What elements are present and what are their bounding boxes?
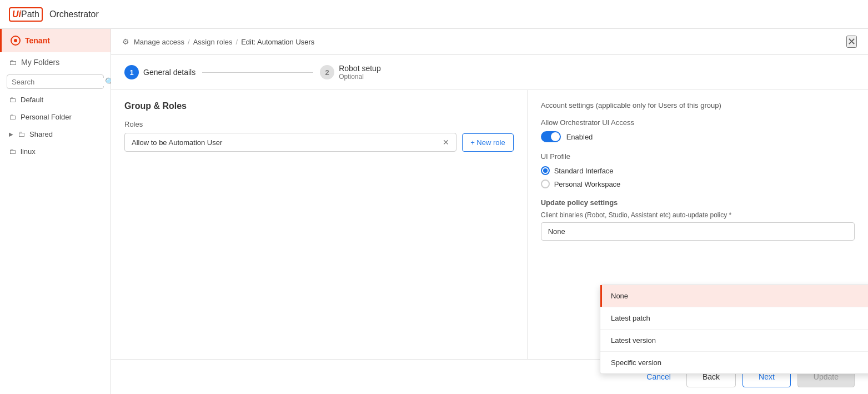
sidebar-item-tenant[interactable]: Tenant [0,29,111,52]
update-policy-title: Update policy settings [541,198,855,207]
modal: ⚙ Manage access / Assign roles / Edit: A… [111,29,868,394]
tenant-icon [11,36,21,46]
my-folders-label: My Folders [21,58,59,67]
logo-orchestrator-text: Orchestrator [49,9,99,19]
search-input[interactable] [12,78,105,86]
main-layout: Tenant 🗀 My Folders 🔍 🗀 Default 🗀 Person… [0,29,868,394]
folder-icon-shared: 🗀 [18,130,25,138]
breadcrumb-sep-2: / [236,38,238,46]
account-settings-title: Account settings (applicable only for Us… [541,101,855,109]
radio-personal-workspace-circle [541,179,550,188]
step-2-circle: 2 [320,65,334,79]
dropdown-option-latest-version[interactable]: Latest version [600,330,868,351]
step-1: 1 General details [124,65,195,79]
breadcrumb-edit-title: Edit: Automation Users [241,38,314,46]
roles-field-label: Roles [124,120,514,128]
topbar: Ui Path Orchestrator [0,0,868,29]
left-panel: Group & Roles Roles Allow to be Automati… [111,90,528,359]
allow-ui-access-label: Allow Orchestrator UI Access [541,118,855,127]
sidebar-item-label: Personal Folder [21,113,72,121]
radio-standard-interface[interactable]: Standard Interface [541,166,855,175]
breadcrumb-sep-1: / [188,38,190,46]
tenant-label: Tenant [25,36,50,45]
client-binaries-label: Client binaries (Robot, Studio, Assistan… [541,211,855,219]
modal-overlay: ⚙ Manage access / Assign roles / Edit: A… [111,29,868,394]
step-connector [202,72,313,73]
sidebar-item-label: Default [21,96,43,104]
roles-input-value: Allow to be Automation User [132,138,438,147]
folder-icon-personal: 🗀 [9,113,16,121]
sidebar-item-default[interactable]: 🗀 Default [0,91,111,108]
modal-close-button[interactable]: ✕ [846,36,857,48]
folder-icon-default: 🗀 [9,96,16,104]
sidebar-item-label: Shared [29,130,53,138]
chevron-right-icon: ▶ [9,131,13,137]
roles-clear-button[interactable]: ✕ [443,138,449,147]
dropdown-menu: None Latest patch Latest version Specifi… [600,285,868,374]
enable-toggle[interactable] [541,131,561,142]
sidebar-my-folders[interactable]: 🗀 My Folders [0,52,111,72]
dropdown-option-specific-version[interactable]: Specific version [600,352,868,373]
modal-header: ⚙ Manage access / Assign roles / Edit: A… [111,29,868,55]
toggle-label: Enabled [566,133,593,141]
logo: Ui Path Orchestrator [9,7,99,22]
logo-box: Ui Path [9,7,43,22]
breadcrumb-assign-roles: Assign roles [193,38,233,46]
logo-ui-text: Ui [12,9,21,19]
radio-personal-workspace-label: Personal Workspace [554,180,621,188]
roles-input-box[interactable]: Allow to be Automation User ✕ [124,133,456,152]
my-folders-icon: 🗀 [9,58,17,67]
logo-path-text: Path [21,9,39,19]
new-role-button[interactable]: + New role [462,133,514,152]
manage-access-icon: ⚙ [122,37,129,46]
breadcrumb-manage-access: Manage access [134,38,184,46]
radio-standard-interface-label: Standard Interface [554,167,614,175]
sidebar-item-shared[interactable]: ▶ 🗀 Shared [0,126,111,143]
update-policy-section: Update policy settings Client binaries (… [541,198,855,241]
dropdown-option-none[interactable]: None [600,285,868,307]
content-area: ⚙ Manage access / Assign roles / Edit: A… [111,29,868,394]
policy-dropdown-value: None [548,227,565,236]
radio-personal-workspace[interactable]: Personal Workspace [541,179,855,188]
step-1-circle: 1 [124,65,139,79]
step-2-label: Robot setup [339,64,381,73]
search-container: 🔍 [7,74,104,89]
stepper: 1 General details 2 Robot setup Optional [111,55,868,90]
step-2: 2 Robot setup Optional [320,64,381,81]
ui-profile-title: UI Profile [541,152,855,161]
step-1-label: General details [143,68,195,77]
sidebar-item-linux[interactable]: 🗀 linux [0,143,111,160]
dropdown-option-latest-patch[interactable]: Latest patch [600,307,868,329]
radio-standard-interface-circle [541,166,550,175]
step-2-sublabel: Optional [339,73,381,81]
breadcrumb: Manage access / Assign roles / Edit: Aut… [134,38,314,46]
roles-field-row: Allow to be Automation User ✕ + New role [124,133,514,152]
section-title: Group & Roles [124,101,514,111]
sidebar-item-label: linux [21,147,36,156]
sidebar: Tenant 🗀 My Folders 🔍 🗀 Default 🗀 Person… [0,29,111,394]
toggle-row: Enabled [541,131,855,142]
sidebar-item-personal-folder[interactable]: 🗀 Personal Folder [0,108,111,126]
policy-dropdown[interactable]: None [541,222,855,241]
folder-icon-linux: 🗀 [9,147,16,156]
